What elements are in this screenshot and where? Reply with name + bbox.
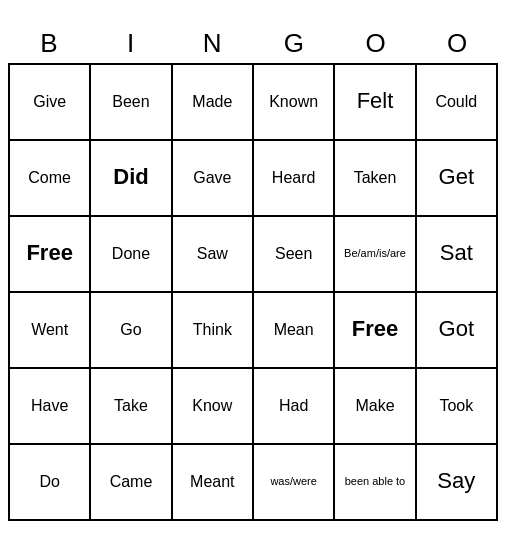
bingo-cell-0-4: Felt <box>335 65 416 141</box>
bingo-row-0: GiveBeenMadeKnownFeltCould <box>10 65 498 141</box>
bingo-cell-5-2: Meant <box>173 445 254 521</box>
bingo-cell-3-3: Mean <box>254 293 335 369</box>
bingo-cell-1-0: Come <box>10 141 91 217</box>
header-letter-i-1: I <box>90 24 172 63</box>
bingo-cell-0-5: Could <box>417 65 498 141</box>
bingo-cell-0-3: Known <box>254 65 335 141</box>
bingo-row-3: WentGoThinkMeanFreeGot <box>10 293 498 369</box>
bingo-cell-1-3: Heard <box>254 141 335 217</box>
bingo-cell-4-4: Make <box>335 369 416 445</box>
bingo-cell-4-0: Have <box>10 369 91 445</box>
bingo-cell-2-3: Seen <box>254 217 335 293</box>
bingo-grid: GiveBeenMadeKnownFeltCouldComeDidGaveHea… <box>8 63 498 521</box>
bingo-cell-2-4: Be/am/is/are <box>335 217 416 293</box>
bingo-cell-1-1: Did <box>91 141 172 217</box>
bingo-cell-2-0: Free <box>10 217 91 293</box>
bingo-cell-2-5: Sat <box>417 217 498 293</box>
bingo-cell-5-0: Do <box>10 445 91 521</box>
bingo-card: BINGOO GiveBeenMadeKnownFeltCouldComeDid… <box>8 24 498 521</box>
bingo-cell-0-1: Been <box>91 65 172 141</box>
bingo-cell-1-4: Taken <box>335 141 416 217</box>
bingo-cell-5-4: been able to <box>335 445 416 521</box>
bingo-cell-1-2: Gave <box>173 141 254 217</box>
bingo-row-4: HaveTakeKnowHadMakeTook <box>10 369 498 445</box>
bingo-cell-3-5: Got <box>417 293 498 369</box>
bingo-cell-4-1: Take <box>91 369 172 445</box>
bingo-row-2: FreeDoneSawSeenBe/am/is/areSat <box>10 217 498 293</box>
bingo-cell-3-2: Think <box>173 293 254 369</box>
bingo-cell-4-3: Had <box>254 369 335 445</box>
bingo-cell-0-2: Made <box>173 65 254 141</box>
bingo-cell-5-5: Say <box>417 445 498 521</box>
header-letter-n-2: N <box>171 24 253 63</box>
bingo-cell-0-0: Give <box>10 65 91 141</box>
bingo-row-5: DoCameMeantwas/werebeen able toSay <box>10 445 498 521</box>
bingo-cell-2-2: Saw <box>173 217 254 293</box>
bingo-cell-1-5: Get <box>417 141 498 217</box>
bingo-cell-5-3: was/were <box>254 445 335 521</box>
header-letter-o-5: O <box>416 24 498 63</box>
bingo-cell-4-5: Took <box>417 369 498 445</box>
bingo-cell-3-0: Went <box>10 293 91 369</box>
bingo-cell-4-2: Know <box>173 369 254 445</box>
bingo-header: BINGOO <box>8 24 498 63</box>
bingo-row-1: ComeDidGaveHeardTakenGet <box>10 141 498 217</box>
bingo-cell-3-1: Go <box>91 293 172 369</box>
bingo-cell-3-4: Free <box>335 293 416 369</box>
bingo-cell-5-1: Came <box>91 445 172 521</box>
header-letter-b-0: B <box>8 24 90 63</box>
bingo-cell-2-1: Done <box>91 217 172 293</box>
header-letter-g-3: G <box>253 24 335 63</box>
header-letter-o-4: O <box>335 24 417 63</box>
